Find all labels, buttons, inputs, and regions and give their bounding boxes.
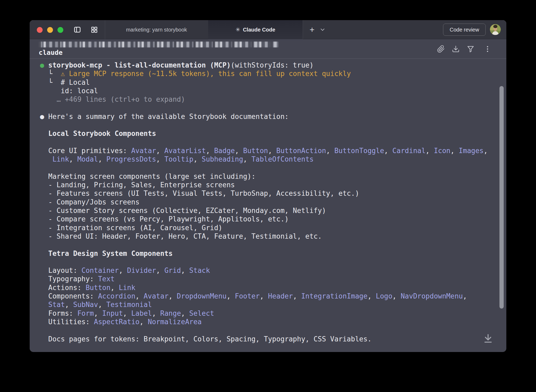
terminal-line [40, 258, 496, 266]
terminal-text: storybook-mcp - list-all-documentation (… [48, 61, 231, 69]
terminal-line [40, 240, 496, 249]
scrollbar-thumb[interactable] [499, 86, 504, 309]
terminal-line [40, 164, 496, 172]
session-header: claude [30, 39, 506, 59]
download-button[interactable] [452, 45, 460, 53]
component-link: Divider [127, 266, 156, 274]
terminal-text: Layout: [40, 266, 82, 274]
component-link: Button [86, 284, 110, 292]
terminal-text: , [94, 309, 102, 317]
terminal-line: └ ⚠ Large MCP response (~11.5k tokens), … [40, 69, 496, 78]
tab-list-button[interactable] [320, 28, 325, 32]
terminal-line: - Features screens (UI Tests, Visual Tes… [40, 189, 496, 198]
terminal-text: Utilities: [40, 318, 94, 326]
terminal-line: Components: Accordion, Avatar, DropdownM… [40, 292, 496, 300]
more-options-button[interactable] [484, 45, 492, 53]
component-link: Range [160, 309, 181, 317]
code-review-button[interactable]: Code review [443, 24, 486, 36]
component-link: Link [52, 155, 69, 163]
filter-icon [467, 45, 475, 53]
terminal-text: … +469 lines (ctrl+o to expand) [57, 95, 185, 103]
terminal-text [40, 130, 48, 137]
chevron-down-icon [320, 28, 325, 31]
terminal-text [40, 95, 57, 103]
terminal-line [40, 121, 496, 129]
component-link: Testimonial [106, 301, 152, 309]
terminal-text: Tetra Design System Components [48, 250, 173, 257]
terminal-line: - Landing, Pricing, Sales, Enterprise sc… [40, 181, 496, 189]
zoom-button[interactable] [57, 27, 63, 33]
component-link: Grid [164, 266, 181, 274]
component-link: Input [102, 309, 123, 317]
component-link: DropdownMenu [177, 292, 227, 300]
terminal-text: , [181, 309, 189, 317]
component-link: NavDropdownMenu [401, 292, 463, 300]
new-tab-button[interactable]: + [310, 25, 315, 34]
component-link: Badge [214, 147, 235, 155]
tab-claude-code[interactable]: ✳ Claude Code [208, 20, 303, 39]
component-link: AvatarList [164, 147, 206, 155]
terminal-line: - Company/Jobs screens [40, 198, 496, 206]
terminal-line: Forms: Form, Input, Label, Range, Select [40, 309, 496, 318]
terminal-text: ⚠ Large MCP response (~11.5k tokens), th… [61, 70, 351, 78]
redacted-session-path [39, 42, 278, 47]
tab-label: Claude Code [243, 27, 275, 33]
terminal-text: , [450, 147, 459, 155]
sidebar-toggle-button[interactable] [73, 26, 81, 34]
component-link: Avatar [144, 292, 168, 300]
terminal-text: Docs pages for tokens: Breakpoint, Color… [40, 335, 372, 343]
component-link: Accordion [98, 292, 135, 300]
terminal-line: Tetra Design System Components [40, 249, 496, 258]
component-link: Stack [189, 266, 210, 274]
attach-button[interactable] [437, 45, 445, 53]
download-icon [452, 45, 460, 53]
terminal-text: Core UI primitives: [40, 147, 131, 155]
claude-spark-icon: ✳ [236, 26, 240, 33]
avatar[interactable] [490, 24, 501, 35]
tab-bar: marketing: yarn storybook ✳ Claude Code … [30, 20, 506, 39]
minimize-button[interactable] [47, 27, 53, 33]
terminal-text [40, 250, 48, 257]
terminal-text: , [156, 155, 164, 163]
terminal-text: (withStoryIds: true) [231, 61, 314, 69]
component-link: ButtonAction [276, 147, 326, 155]
component-link: NormalizeArea [148, 318, 202, 326]
terminal-text: Marketing screen components (large set i… [40, 172, 256, 180]
component-link: Tooltip [164, 155, 194, 163]
component-link: ButtonToggle [334, 147, 384, 155]
tab-overview-button[interactable] [90, 26, 98, 34]
component-link: ProgressDots [106, 155, 156, 163]
terminal-line [40, 104, 496, 112]
terminal-text: , [193, 155, 202, 163]
close-button[interactable] [37, 27, 43, 33]
terminal-line: Typography: Text [40, 275, 496, 283]
terminal-window: marketing: yarn storybook ✳ Claude Code … [30, 20, 506, 352]
terminal-text: - Landing, Pricing, Sales, Enterprise sc… [40, 181, 235, 189]
terminal-line: Core UI primitives: Avatar, AvatarList, … [40, 146, 496, 155]
plus-icon: + [310, 25, 315, 34]
terminal-line: ● Here's a summary of the available Stor… [40, 112, 496, 121]
component-link: Container [82, 266, 119, 274]
terminal-text: , [293, 292, 301, 300]
terminal-text: , [140, 318, 148, 326]
terminal-text: , [135, 292, 144, 300]
tab-label: marketing: yarn storybook [126, 27, 187, 33]
filter-button[interactable] [467, 45, 475, 53]
terminal-line: ● storybook-mcp - list-all-documentation… [40, 61, 496, 69]
terminal-text: , [426, 147, 434, 155]
terminal-line: - Integration screens (AI, Carousel, Gri… [40, 224, 496, 232]
terminal-output: ● storybook-mcp - list-all-documentation… [30, 59, 506, 352]
terminal-text: Components: [40, 292, 98, 300]
kebab-menu-icon [484, 45, 492, 53]
component-link: Avatar [131, 147, 156, 155]
paperclip-icon [437, 45, 445, 53]
scroll-to-bottom-button[interactable] [482, 333, 494, 344]
tab-marketing-yarn-storybook[interactable]: marketing: yarn storybook [105, 20, 208, 39]
terminal-text: , [268, 147, 276, 155]
tab-actions: + [303, 20, 325, 39]
terminal-text: ● [40, 61, 48, 69]
terminal-text: Typography: [40, 275, 98, 283]
terminal-text: , [206, 147, 214, 155]
terminal-text: , [384, 147, 392, 155]
terminal-text: , [69, 155, 77, 163]
